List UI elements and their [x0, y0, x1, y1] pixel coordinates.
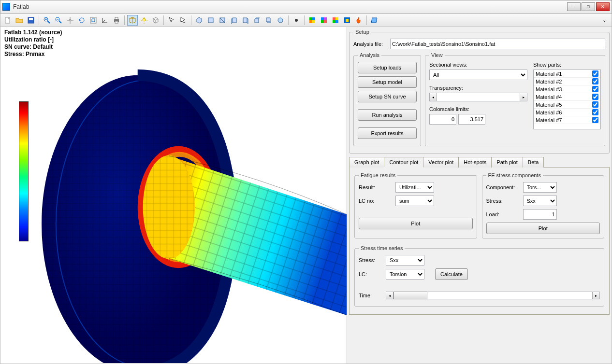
fe-stress-select[interactable]: Sxx	[523, 196, 557, 206]
colorscale-max-input[interactable]	[458, 114, 485, 125]
palette2-icon[interactable]	[319, 15, 329, 26]
svg-rect-13	[115, 17, 118, 19]
light-icon[interactable]	[139, 15, 149, 26]
svg-point-20	[295, 19, 298, 22]
palette3-icon[interactable]	[330, 15, 341, 26]
part-4-checkbox[interactable]	[592, 94, 598, 100]
view-left-icon[interactable]	[229, 15, 239, 26]
component-select[interactable]: Tors...	[523, 182, 557, 193]
run-analysis-button[interactable]: Run analysis	[358, 109, 417, 121]
fe-plot-button[interactable]: Plot	[486, 223, 600, 234]
pointer-icon[interactable]	[178, 15, 189, 26]
palette1-icon[interactable]	[307, 15, 318, 26]
tab-contour-plot[interactable]: Contour plot	[384, 157, 423, 168]
colorbar: 3.5 3 2.5 2 1.5 1 0.5 0	[7, 101, 31, 241]
view-back-icon[interactable]	[217, 15, 228, 26]
transparency-left-arrow[interactable]: ◂	[429, 93, 437, 101]
sts-stress-select[interactable]: Sxx	[386, 255, 424, 266]
time-right-arrow[interactable]: ▸	[592, 292, 600, 299]
node-icon[interactable]	[291, 15, 302, 26]
pan-icon[interactable]	[65, 15, 75, 26]
transparency-right-arrow[interactable]: ▸	[520, 93, 527, 101]
tab-hot-spots[interactable]: Hot-spots	[458, 157, 492, 168]
export-results-button[interactable]: Export results	[358, 127, 417, 139]
part-2-checkbox[interactable]	[592, 78, 598, 84]
view-iso-icon[interactable]	[194, 15, 204, 26]
part-3-checkbox[interactable]	[592, 86, 598, 92]
list-item: Material #3	[534, 85, 600, 93]
time-slider[interactable]: ◂ ▸	[386, 292, 600, 299]
tab-graph-plot[interactable]: Graph plot	[349, 157, 384, 168]
print-icon[interactable]	[111, 15, 122, 26]
sectional-views-label: Sectional views:	[429, 62, 527, 68]
setup-sn-curve-button[interactable]: Setup SN curve	[358, 91, 417, 102]
viewport-3d[interactable]: Fatlab 1.142 (source) Utilization ratio …	[0, 27, 347, 364]
svg-rect-21	[309, 17, 312, 20]
fit-icon[interactable]	[88, 15, 99, 26]
svg-rect-27	[321, 20, 324, 23]
menu-chevron-icon[interactable]: ⌄	[599, 15, 610, 26]
tab-vector-plot[interactable]: Vector plot	[423, 157, 459, 168]
maximize-button[interactable]: □	[582, 2, 595, 11]
time-thumb[interactable]	[393, 292, 427, 299]
result-select[interactable]: Utilizati...	[395, 182, 434, 193]
view-front-icon[interactable]	[205, 15, 216, 26]
svg-rect-22	[312, 17, 315, 20]
time-left-arrow[interactable]: ◂	[386, 292, 393, 299]
select-icon[interactable]	[166, 15, 177, 26]
perspective-icon[interactable]	[127, 15, 138, 26]
info-line-sncurve: SN curve: Default	[4, 43, 62, 51]
setup-model-button[interactable]: Setup model	[358, 76, 417, 88]
new-icon[interactable]	[2, 15, 13, 26]
fire-icon[interactable]	[353, 15, 364, 26]
wireframe-icon[interactable]	[150, 15, 161, 26]
view-bottom-icon[interactable]	[263, 15, 274, 26]
part-5-checkbox[interactable]	[592, 101, 598, 108]
view-top-icon[interactable]	[252, 15, 262, 26]
app-icon	[2, 3, 10, 11]
palette4-icon[interactable]	[342, 15, 352, 26]
sts-lc-select[interactable]: Torsion	[386, 269, 424, 280]
svg-rect-32	[335, 20, 338, 23]
list-item: Material #4	[534, 93, 600, 101]
calculate-button[interactable]: Calculate	[435, 268, 468, 280]
fatigue-plot-button[interactable]: Plot	[359, 218, 473, 229]
help-icon[interactable]	[369, 15, 380, 26]
colorscale-min-input[interactable]	[429, 114, 456, 125]
result-tabs: Graph plot Contour plot Vector plot Hot-…	[349, 156, 610, 168]
axis-icon[interactable]	[100, 15, 110, 26]
load-input[interactable]	[523, 209, 557, 220]
open-icon[interactable]	[14, 15, 25, 26]
view-group: View Sectional views: All Transparency: …	[425, 52, 605, 146]
zoom-in-icon[interactable]	[42, 15, 52, 26]
tab-path-plot[interactable]: Path plot	[491, 157, 523, 168]
right-panel: Setup Analysis file: Analysis Setup load…	[347, 27, 612, 364]
parts-list[interactable]: Material #1 Material #2 Material #3 Mate…	[533, 70, 601, 129]
part-6-checkbox[interactable]	[592, 109, 598, 115]
analysis-file-input[interactable]	[390, 39, 605, 49]
viewport-info: Fatlab 1.142 (source) Utilization ratio …	[4, 29, 62, 58]
tab-content-contour: Fatigue results Result: Utilizati... LC …	[349, 168, 610, 315]
stress-time-series-group: Stress time series Stress: Sxx LC: Torsi…	[354, 245, 604, 307]
rotate-icon[interactable]	[76, 15, 87, 26]
lc-no-select[interactable]: sum	[395, 196, 434, 206]
fatigue-results-group: Fatigue results Result: Utilizati... LC …	[354, 172, 477, 238]
setup-loads-button[interactable]: Setup loads	[358, 62, 417, 73]
analysis-file-label: Analysis file:	[353, 41, 387, 47]
save-icon[interactable]	[26, 15, 36, 26]
view-right-icon[interactable]	[240, 15, 251, 26]
sectional-views-select[interactable]: All	[429, 70, 527, 80]
part-1-checkbox[interactable]	[592, 70, 598, 77]
svg-rect-29	[333, 17, 335, 20]
tab-beta[interactable]: Beta	[523, 157, 544, 168]
zoom-out-icon[interactable]	[53, 15, 64, 26]
list-item: Material #7	[534, 116, 600, 124]
list-item: Material #1	[534, 70, 600, 78]
sphere-icon[interactable]	[275, 15, 286, 26]
svg-point-15	[143, 18, 146, 21]
minimize-button[interactable]: —	[567, 2, 581, 11]
close-button[interactable]: ✕	[596, 2, 610, 11]
transparency-slider[interactable]: ◂ ▸	[429, 93, 527, 101]
part-7-checkbox[interactable]	[592, 117, 598, 123]
svg-rect-11	[90, 17, 96, 23]
